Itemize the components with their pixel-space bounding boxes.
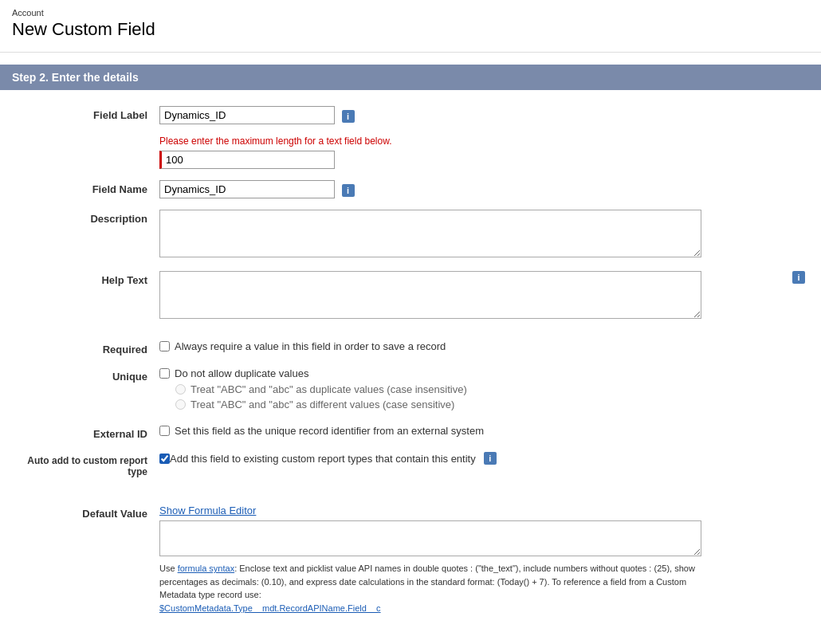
external-id-checkbox[interactable] [159, 426, 170, 436]
formula-hint-text: : Enclose text and picklist value API na… [159, 564, 695, 599]
formula-api-link[interactable]: $CustomMetadata.Type__mdt.RecordAPIName.… [159, 603, 381, 613]
auto-add-label: Auto add to custom report type [16, 452, 159, 477]
formula-syntax-link[interactable]: formula syntax [178, 564, 235, 573]
unique-radio-insensitive[interactable] [175, 384, 186, 395]
unique-radio-sensitive-label: Treat "ABC" and "abc" as different value… [191, 399, 454, 410]
default-value-control: Show Formula Editor Use formula syntax: … [159, 505, 805, 615]
auto-add-checkbox-row: Add this field to existing custom report… [159, 452, 805, 465]
unique-radio-insensitive-label: Treat "ABC" and "abc" as duplicate value… [191, 383, 467, 395]
help-text-control: i [159, 271, 805, 321]
page-header: Account New Custom Field [0, 0, 821, 53]
description-control [159, 210, 805, 260]
field-name-info-icon[interactable]: i [342, 184, 355, 197]
default-value-label: Default Value [16, 505, 159, 520]
help-text-label: Help Text [16, 271, 159, 286]
auto-add-control: Add this field to existing custom report… [159, 452, 805, 465]
external-id-checkbox-row: Set this field as the unique record iden… [159, 425, 805, 437]
required-control: Always require a value in this field in … [159, 340, 805, 356]
length-input[interactable] [159, 151, 335, 169]
field-label-input[interactable] [159, 106, 335, 124]
required-label: Required [16, 340, 159, 355]
help-text-info-icon[interactable]: i [792, 271, 805, 284]
unique-label: Unique [16, 367, 159, 383]
external-id-control: Set this field as the unique record iden… [159, 425, 805, 441]
field-label-label: Field Label [16, 106, 159, 121]
field-label-info-icon[interactable]: i [342, 110, 355, 123]
length-hint-spacer [16, 135, 159, 139]
form-body: Field Label i Please enter the maximum l… [0, 90, 821, 642]
required-checkbox-row: Always require a value in this field in … [159, 340, 805, 352]
description-textarea[interactable] [159, 210, 701, 257]
auto-add-info-icon[interactable]: i [484, 452, 497, 465]
length-hint-row: Please enter the maximum length for a te… [0, 135, 821, 169]
formula-hint: Use formula syntax: Enclose text and pic… [159, 562, 701, 615]
external-id-label: External ID [16, 425, 159, 440]
required-row: Required Always require a value in this … [0, 340, 821, 356]
formula-textarea[interactable] [159, 520, 701, 556]
external-id-checkbox-label: Set this field as the unique record iden… [175, 425, 484, 437]
unique-row: Unique Do not allow duplicate values Tre… [0, 367, 821, 414]
field-name-label: Field Name [16, 180, 159, 195]
help-text-row: Help Text i [0, 271, 821, 321]
field-name-row: Field Name i [0, 180, 821, 198]
auto-add-row: Auto add to custom report type Add this … [0, 452, 821, 477]
show-formula-link[interactable]: Show Formula Editor [159, 505, 805, 516]
auto-add-checkbox-label: Add this field to existing custom report… [170, 453, 476, 465]
unique-radio-group: Treat "ABC" and "abc" as duplicate value… [175, 383, 805, 410]
unique-control: Do not allow duplicate values Treat "ABC… [159, 367, 805, 414]
length-hint-text: Please enter the maximum length for a te… [159, 135, 805, 147]
unique-checkbox-label: Do not allow duplicate values [175, 367, 308, 379]
unique-checkbox-row: Do not allow duplicate values [159, 367, 805, 379]
description-label: Description [16, 210, 159, 225]
step-header: Step 2. Enter the details [0, 65, 821, 90]
unique-radio-sensitive[interactable] [175, 399, 186, 410]
length-hint-area: Please enter the maximum length for a te… [159, 135, 805, 169]
step-label: Step 2. Enter the details [12, 71, 139, 84]
external-id-row: External ID Set this field as the unique… [0, 425, 821, 441]
auto-add-checkbox[interactable] [159, 454, 170, 464]
help-text-textarea[interactable] [159, 271, 701, 319]
breadcrumb: Account [12, 8, 809, 18]
required-checkbox-label: Always require a value in this field in … [175, 340, 446, 352]
required-checkbox[interactable] [159, 341, 170, 351]
unique-checkbox[interactable] [159, 368, 170, 379]
field-label-row: Field Label i [0, 106, 821, 124]
page-title: New Custom Field [12, 19, 809, 40]
field-label-control: i [159, 106, 805, 124]
field-name-input[interactable] [159, 180, 335, 198]
description-row: Description [0, 210, 821, 260]
unique-radio-row-1: Treat "ABC" and "abc" as duplicate value… [175, 383, 805, 395]
default-value-row: Default Value Show Formula Editor Use fo… [0, 505, 821, 615]
unique-radio-row-2: Treat "ABC" and "abc" as different value… [175, 399, 805, 410]
field-name-control: i [159, 180, 805, 198]
